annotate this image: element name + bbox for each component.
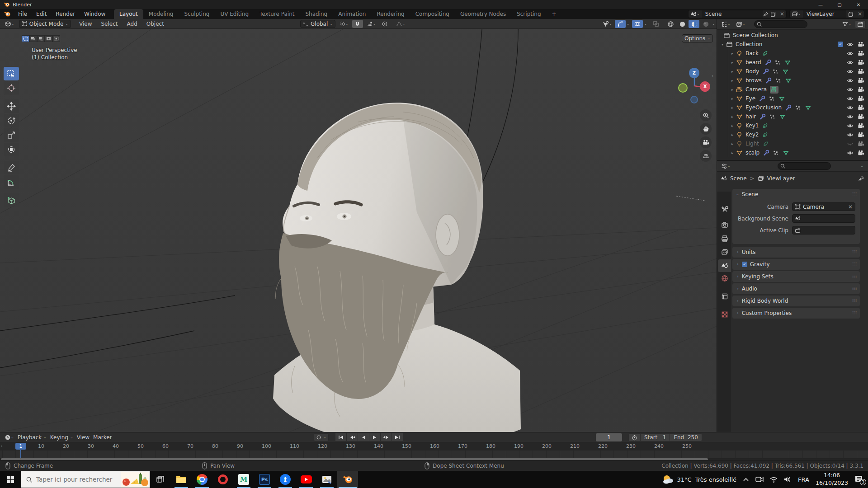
clock-widget[interactable]: 14:06 16/10/2023 [816,472,848,487]
scene-name[interactable]: Scene [702,10,763,18]
camera-field[interactable]: Camera ✕ [792,202,855,211]
play-button[interactable] [369,433,381,441]
workspace-tab-rendering[interactable]: Rendering [371,9,410,19]
camera-visibility-icon[interactable] [858,50,864,57]
rigid-body-world-panel[interactable]: ⌄Rigid Body World⠿⠿ [732,296,860,306]
marker-menu[interactable]: Marker [91,433,113,441]
disclosure-triangle-icon[interactable]: ▸ [729,115,736,119]
play-reverse-button[interactable] [358,433,369,441]
menu-edit[interactable]: Edit [32,9,51,19]
tab-view-layer[interactable] [718,246,731,258]
workspace-tab-compositing[interactable]: Compositing [410,9,455,19]
outliner-row-key2[interactable]: ▸ Key2 [717,130,868,139]
tool-annotate[interactable] [4,161,19,174]
drag-handle[interactable]: ⠿⠿ [852,262,856,267]
new-scene-button[interactable] [769,10,778,18]
start-button[interactable] [0,471,21,488]
gravity-checkbox[interactable]: ✓ [742,262,747,267]
taskbar-app-explorer[interactable] [171,471,192,488]
current-frame-field[interactable]: 1 [596,433,622,441]
timeline-track[interactable] [0,450,868,458]
shading-rendered-button[interactable] [700,20,711,28]
disclosure-triangle-icon[interactable]: ▸ [729,142,736,146]
record-icon[interactable] [316,435,321,440]
tool-rotate[interactable] [4,114,19,127]
workspace-tab-shading[interactable]: Shading [300,9,333,19]
tab-texture[interactable] [718,308,731,321]
hide-eye-icon[interactable] [847,95,854,102]
filter-dropdown[interactable]: ⌄ [840,20,853,28]
use-preview-range-button[interactable] [629,434,641,441]
workspace-tab-layout[interactable]: Layout [114,9,143,19]
jump-to-prev-keyframe-button[interactable] [347,433,358,441]
speaker-icon[interactable] [784,476,792,483]
camera-visibility-icon[interactable] [858,41,864,48]
shading-material-button[interactable] [689,20,699,28]
taskbar-app-youtube[interactable] [296,471,316,488]
hide-eye-icon[interactable] [847,68,854,75]
drag-handle[interactable]: ⠿⠿ [852,274,856,279]
jump-to-start-button[interactable] [335,433,347,441]
drag-handle[interactable]: ⠿⠿ [852,311,856,315]
properties-editor-type-button[interactable]: ⌄ [719,162,732,170]
workspace-tab-modeling[interactable]: Modeling [143,9,179,19]
task-view-button[interactable] [150,471,171,488]
tool-cursor[interactable] [4,81,19,95]
tool-scale[interactable] [4,128,19,142]
taskbar-app-chrome[interactable] [192,471,212,488]
camera-visibility-icon[interactable] [858,122,864,129]
delete-viewlayer-button[interactable]: ✕ [856,10,864,18]
collection-checkbox[interactable]: ✓ [838,42,843,47]
orientation-dropdown[interactable]: Global ⌄ [300,20,335,28]
disclosure-triangle-icon[interactable]: ▸ [729,79,736,83]
timeline-editor-type-button[interactable]: ⌄ [3,433,16,441]
tool-move[interactable] [4,99,19,113]
xray-toggle[interactable] [651,20,661,28]
show-object-types-dropdown[interactable]: ⌄ [600,20,614,28]
playhead-badge[interactable]: 1 [15,443,26,450]
overlays-toggle[interactable] [632,20,643,28]
disclosure-triangle-icon[interactable]: ▸ [729,52,736,56]
delete-scene-button[interactable]: ✕ [778,10,786,18]
disclosure-triangle-icon[interactable]: ▸ [729,97,736,101]
taskbar-app-photoshop[interactable]: Ps [254,471,275,488]
outliner-row-scalp[interactable]: ▸ scalp [717,148,868,157]
outliner-editor-type-button[interactable]: ⌄ [719,20,732,28]
pin-icon[interactable] [763,11,769,17]
hide-eye-icon[interactable] [847,113,854,120]
proportional-editing-toggle[interactable] [379,20,390,28]
camera-visibility-icon[interactable] [858,68,864,75]
workspace-tab-geometry-nodes[interactable]: Geometry Nodes [455,9,511,19]
menu-render[interactable]: Render [51,9,80,19]
playhead-line[interactable] [20,450,21,458]
hide-eye-icon[interactable] [847,77,854,84]
add-workspace-button[interactable]: + [547,9,562,19]
scene-panel-header[interactable]: ⌄ Scene ⠿⠿ [732,189,860,200]
taskbar-app-blender[interactable] [337,471,358,488]
gizmos-toggle[interactable] [615,20,626,28]
keying-menu[interactable]: Keying ⌄ [48,433,75,441]
minimize-button[interactable]: — [811,0,830,9]
shading-solid-button[interactable] [677,20,688,28]
camera-visibility-icon[interactable] [858,131,864,138]
weather-widget[interactable]: 31°C Très ensoleillé [662,474,737,485]
menu-window[interactable]: Window [80,9,110,19]
axis-x-handle[interactable]: X [700,81,710,92]
hide-eye-icon[interactable] [847,50,854,57]
tab-scene[interactable] [718,259,731,272]
camera-visibility-icon[interactable] [858,113,864,120]
outliner-row-back[interactable]: ▸ Back [717,49,868,58]
blender-menu-logo-icon[interactable] [4,10,11,18]
drag-handle[interactable]: ⠿⠿ [852,286,856,291]
select-mode-set[interactable] [22,35,29,42]
auto-keying-dropdown[interactable]: ⌄ [323,436,326,439]
hide-eye-closed-icon[interactable] [847,141,854,147]
workspace-tab-sculpting[interactable]: Sculpting [179,9,215,19]
camera-visibility-icon[interactable] [858,77,864,84]
drag-handle[interactable]: ⠿⠿ [852,250,856,254]
drag-handle[interactable]: ⠿⠿ [852,192,856,197]
language-indicator[interactable]: FRA [798,476,809,483]
custom-properties-panel[interactable]: ⌄Custom Properties⠿⠿ [732,308,860,319]
properties-options-dropdown[interactable]: ⌄ [860,164,863,168]
playback-menu[interactable]: Playback ⌄ [16,433,48,441]
